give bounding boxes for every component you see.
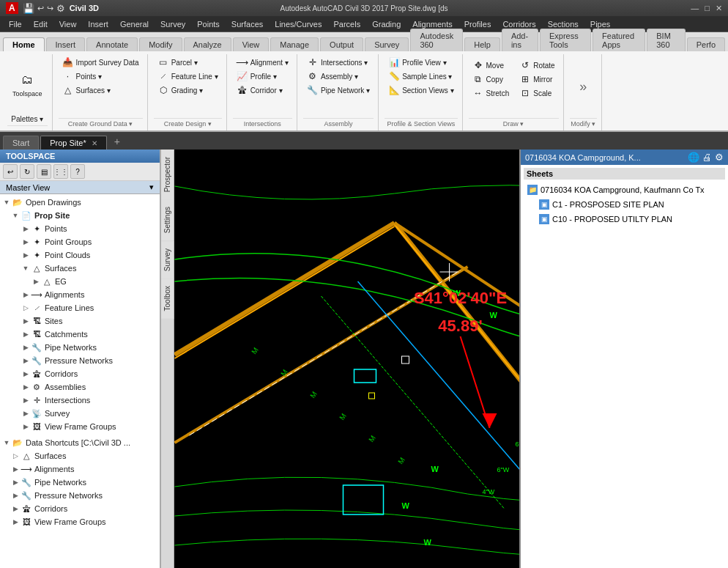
expand-open-drawings[interactable]: ▼ <box>1 197 12 207</box>
expand-ds-pressure[interactable]: ▶ <box>10 490 21 501</box>
tab-addins[interactable]: Add-ins <box>502 29 538 51</box>
minimize-btn[interactable]: — <box>691 4 699 13</box>
sheet-c1[interactable]: ▣ C1 - PROSPOSED SITE PLAN <box>524 197 725 212</box>
tab-close-icon[interactable]: ✕ <box>92 139 97 147</box>
points-button[interactable]: ·Points ▾ <box>59 70 143 83</box>
tab-modify[interactable]: Modify <box>139 37 182 51</box>
menu-file[interactable]: File <box>3 18 28 30</box>
mirror-button[interactable]: ⊞Mirror <box>516 73 558 86</box>
tree-point-groups[interactable]: ▶ ✦ Point Groups <box>0 235 160 248</box>
tree-sites[interactable]: ▶ 🏗 Sites <box>0 314 160 328</box>
expand-ds-surfaces[interactable]: ▷ <box>10 451 21 461</box>
expand-intersections[interactable]: ▶ <box>21 395 31 405</box>
sheets-settings-icon[interactable]: ⚙ <box>715 152 724 163</box>
expand-ds-corridors[interactable]: ▶ <box>10 504 21 514</box>
menu-view[interactable]: View <box>53 18 83 30</box>
ts-list-btn[interactable]: ▤ <box>37 164 51 179</box>
expand-corridors[interactable]: ▶ <box>21 369 31 379</box>
tree-catchments[interactable]: ▶ 🏗 Catchments <box>0 328 160 341</box>
menu-points[interactable]: Points <box>191 18 226 30</box>
menu-surfaces[interactable]: Surfaces <box>226 18 269 30</box>
tab-express[interactable]: Express Tools <box>540 29 591 51</box>
move-button[interactable]: ✥Move <box>469 59 513 72</box>
expand-surfaces[interactable]: ▼ <box>21 263 31 273</box>
pipe-network-button[interactable]: 🔧Pipe Network ▾ <box>303 84 374 97</box>
scale-button[interactable]: ⊡Scale <box>516 86 558 100</box>
tab-view[interactable]: View <box>233 37 270 51</box>
tab-insert[interactable]: Insert <box>46 37 86 51</box>
new-tab-button[interactable]: + <box>108 133 126 150</box>
tab-manage[interactable]: Manage <box>270 37 319 51</box>
profile-view-button[interactable]: 📊Profile View ▾ <box>385 56 457 69</box>
settings-tab[interactable]: Settings <box>161 199 174 240</box>
ts-fwd-btn[interactable]: ↻ <box>20 164 34 179</box>
tree-eg[interactable]: ▶ △ EG <box>0 275 160 288</box>
ts-grid-btn[interactable]: ⋮⋮ <box>53 164 68 179</box>
tree-ds-corridors[interactable]: ▶ 🛣 Corridors <box>0 502 160 515</box>
tree-intersections[interactable]: ▶ ✛ Intersections <box>0 394 160 407</box>
redo-icon[interactable]: ↪ <box>47 4 53 13</box>
expand-prop-site[interactable]: ▼ <box>10 210 21 221</box>
tab-featured[interactable]: Featured Apps <box>593 29 645 51</box>
surfaces-button[interactable]: △Surfaces ▾ <box>59 84 143 97</box>
profile-button[interactable]: 📈Profile ▾ <box>233 70 292 83</box>
import-survey-button[interactable]: 📥Import Survey Data <box>59 56 143 69</box>
expand-feature-lines[interactable]: ▷ <box>21 303 31 313</box>
tab-prop-site[interactable]: Prop Site* ✕ <box>40 136 107 150</box>
tab-home[interactable]: Home <box>3 37 45 51</box>
tree-pipe-networks[interactable]: ▶ 🔧 Pipe Networks <box>0 341 160 354</box>
sheets-print-icon[interactable]: 🖨 <box>702 152 712 163</box>
expand-sites[interactable]: ▶ <box>21 316 31 326</box>
expand-point-clouds[interactable]: ▶ <box>21 250 31 260</box>
sample-lines-button[interactable]: 📏Sample Lines ▾ <box>385 70 457 83</box>
menu-survey[interactable]: Survey <box>155 18 191 30</box>
menu-general[interactable]: General <box>114 18 155 30</box>
expand-eg[interactable]: ▶ <box>31 276 41 287</box>
close-btn[interactable]: ✕ <box>716 4 722 13</box>
tab-analyze[interactable]: Analyze <box>184 37 231 51</box>
expand-points[interactable]: ▶ <box>21 224 31 234</box>
expand-point-groups[interactable]: ▶ <box>21 237 31 247</box>
tree-ds-vfg[interactable]: ▶ 🖼 View Frame Groups <box>0 515 160 528</box>
tree-ds-pipe-networks[interactable]: ▶ 🔧 Pipe Networks <box>0 476 160 489</box>
tree-open-drawings[interactable]: ▼ 📂 Open Drawings <box>0 196 160 209</box>
tab-help[interactable]: Help <box>464 37 500 51</box>
tab-perfo[interactable]: Perfo <box>687 37 725 51</box>
sheets-web-icon[interactable]: 🌐 <box>688 152 699 163</box>
tab-bim360[interactable]: BIM 360 <box>647 29 685 51</box>
settings-icon[interactable]: ⚙ <box>56 3 65 14</box>
prospector-tab[interactable]: Prospector <box>161 150 174 199</box>
tab-survey[interactable]: Survey <box>365 37 409 51</box>
expand-ds-vfg[interactable]: ▶ <box>10 517 21 527</box>
sheet-c10[interactable]: ▣ C10 - PROPOSED UTILTY PLAN <box>524 212 725 226</box>
tree-surfaces[interactable]: ▼ △ Surfaces <box>0 262 160 275</box>
tree-ds-pressure[interactable]: ▶ 🔧 Pressure Networks <box>0 489 160 502</box>
parcel-button[interactable]: ▭Parcel ▾ <box>154 56 222 69</box>
menu-insert[interactable]: Insert <box>82 18 114 30</box>
grading-button[interactable]: ⬡Grading ▾ <box>154 84 222 97</box>
assembly2-button[interactable]: ⚙Assembly ▾ <box>303 70 374 83</box>
toolbox-tab[interactable]: Toolbox <box>161 279 174 318</box>
survey-tab[interactable]: Survey <box>161 241 174 279</box>
section-views-button[interactable]: 📐Section Views ▾ <box>385 84 457 97</box>
tree-prop-site[interactable]: ▼ 📄 Prop Site <box>0 209 160 222</box>
menu-grading[interactable]: Grading <box>366 18 406 30</box>
drawing-area[interactable]: W W W W W W W W W W M M M M M M N50°17'5… <box>174 150 728 568</box>
feature-line-button[interactable]: ⟋Feature Line ▾ <box>154 70 222 83</box>
tree-assemblies[interactable]: ▶ ⚙ Assemblies <box>0 380 160 394</box>
expand-catchments[interactable]: ▶ <box>21 329 31 339</box>
expand-survey[interactable]: ▶ <box>21 408 31 418</box>
tree-view-frame-groups[interactable]: ▶ 🖼 View Frame Groups <box>0 420 160 433</box>
tab-annotate[interactable]: Annotate <box>86 37 138 51</box>
menu-parcels[interactable]: Parcels <box>327 18 366 30</box>
stretch-button[interactable]: ↔Stretch <box>469 86 513 100</box>
expand-assemblies[interactable]: ▶ <box>21 382 31 392</box>
rotate-button[interactable]: ↺Rotate <box>516 59 558 72</box>
save-icon[interactable]: 💾 <box>23 3 34 14</box>
expand-ds-pipe[interactable]: ▶ <box>10 477 21 487</box>
tree-corridors[interactable]: ▶ 🛣 Corridors <box>0 367 160 380</box>
menu-edit[interactable]: Edit <box>28 18 53 30</box>
copy-button[interactable]: ⧉Copy <box>469 73 513 86</box>
expand-alignments[interactable]: ▶ <box>21 289 31 300</box>
expand-pipe-networks[interactable]: ▶ <box>21 342 31 353</box>
